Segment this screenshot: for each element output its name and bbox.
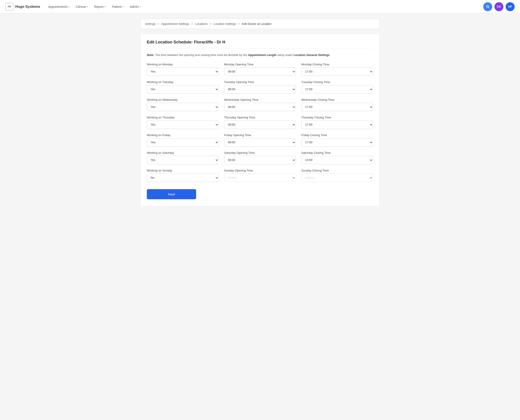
working-monday-group: Working on Monday YesNo xyxy=(147,63,219,76)
working-saturday-group: Working on Saturday YesNo xyxy=(147,151,219,164)
opening-sunday-select[interactable]: --------- xyxy=(224,173,296,182)
closing-friday-group: Friday Closing Time --------07:0007:3008… xyxy=(301,134,373,147)
opening-thursday-select[interactable]: --------07:0007:3008:0008:3009:0009:3010… xyxy=(224,120,296,129)
search-button[interactable] xyxy=(483,2,492,11)
nav-admin[interactable]: Admin ▾ xyxy=(127,3,144,10)
svg-line-1 xyxy=(488,7,489,8)
working-friday-label: Working on Friday xyxy=(147,134,219,137)
user-hf-button[interactable]: HF xyxy=(506,2,515,11)
closing-wednesday-label: Wednesday Closing Time xyxy=(301,98,373,101)
closing-monday-group: Monday Closing Time --------07:0007:3008… xyxy=(301,63,373,76)
note-prefix: Note: xyxy=(147,53,154,57)
closing-saturday-label: Saturday Closing Time xyxy=(301,151,373,155)
opening-wednesday-select[interactable]: --------07:0007:3008:0008:3009:0009:3010… xyxy=(224,103,296,111)
chevron-down-icon: ▾ xyxy=(87,5,88,8)
opening-wednesday-label: Wednesday Opening Time xyxy=(224,98,296,101)
nav-patient[interactable]: Patient ▾ xyxy=(109,3,126,10)
user-ck-button[interactable]: CK xyxy=(495,2,504,11)
chevron-down-icon: ▾ xyxy=(68,5,70,8)
working-sunday-label: Working on Sunday xyxy=(147,169,219,172)
opening-friday-label: Friday Opening Time xyxy=(224,134,296,137)
working-tuesday-label: Working on Tuesday xyxy=(147,80,219,84)
brand-logo-link[interactable]: HS Hugo Systems xyxy=(5,3,40,11)
working-tuesday-group: Working on Tuesday YesNo xyxy=(147,80,219,94)
opening-wednesday-group: Wednesday Opening Time --------07:0007:3… xyxy=(224,98,296,111)
chevron-down-icon: ▾ xyxy=(140,5,141,8)
navbar-actions: CK HF xyxy=(483,2,515,11)
breadcrumb-current: Edit Doctor at Location xyxy=(242,22,272,25)
opening-thursday-group: Thursday Opening Time --------07:0007:30… xyxy=(224,116,296,129)
working-wednesday-group: Working on Wednesday YesNo xyxy=(147,98,219,111)
appointment-length-label: Appointment Length xyxy=(248,53,276,57)
closing-monday-label: Monday Closing Time xyxy=(301,63,373,66)
location-general-settings-label: Location General Settings xyxy=(293,53,329,57)
opening-saturday-label: Saturday Opening Time xyxy=(224,151,296,155)
closing-sunday-label: Sunday Closing Time xyxy=(301,169,373,172)
opening-friday-select[interactable]: --------07:0007:3008:0008:3009:0009:3010… xyxy=(224,138,296,147)
breadcrumb-locations[interactable]: Locations xyxy=(195,22,208,25)
search-icon xyxy=(486,5,489,8)
opening-tuesday-group: Tuesday Opening Time --------07:0007:300… xyxy=(224,80,296,94)
opening-monday-label: Monday Opening Time xyxy=(224,63,296,66)
closing-friday-label: Friday Closing Time xyxy=(301,134,373,137)
opening-saturday-select[interactable]: --------07:0007:3008:0008:3009:0009:3010… xyxy=(224,156,296,164)
closing-wednesday-group: Wednesday Closing Time --------07:0007:3… xyxy=(301,98,373,111)
breadcrumb: Settings > Appointment Settings > Locati… xyxy=(140,19,380,29)
closing-sunday-select[interactable]: --------- xyxy=(301,173,373,182)
working-sunday-group: Working on Sunday YesNo xyxy=(147,169,219,182)
breadcrumb-location-settings[interactable]: Location Settings xyxy=(214,22,236,25)
working-saturday-select[interactable]: YesNo xyxy=(147,156,219,164)
closing-friday-select[interactable]: --------07:0007:3008:0008:3009:0009:3010… xyxy=(301,138,373,147)
closing-tuesday-select[interactable]: --------07:0007:3008:0008:3009:0009:3010… xyxy=(301,85,373,94)
closing-thursday-select[interactable]: --------07:0007:3008:0008:3009:0009:3010… xyxy=(301,120,373,129)
working-sunday-select[interactable]: YesNo xyxy=(147,173,219,182)
closing-wednesday-select[interactable]: --------07:0007:3008:0008:3009:0009:3010… xyxy=(301,103,373,111)
brand-logo-icon: HS xyxy=(5,3,14,11)
schedule-grid: Working on Monday YesNo Monday Opening T… xyxy=(147,63,373,182)
main-nav: Appointments ▾ Clinical ▾ Report ▾ Patie… xyxy=(46,3,478,10)
working-thursday-select[interactable]: YesNo xyxy=(147,120,219,129)
opening-monday-group: Monday Opening Time --------07:0007:3008… xyxy=(224,63,296,76)
form-actions: Next xyxy=(147,189,373,199)
closing-tuesday-group: Tuesday Closing Time --------07:0007:300… xyxy=(301,80,373,94)
chevron-down-icon: ▾ xyxy=(104,5,106,8)
opening-monday-select[interactable]: --------07:0007:3008:0008:3009:0009:3010… xyxy=(224,68,296,76)
working-wednesday-label: Working on Wednesday xyxy=(147,98,219,101)
opening-sunday-label: Sunday Opening Time xyxy=(224,169,296,172)
working-thursday-group: Working on Thursday YesNo xyxy=(147,116,219,129)
closing-monday-select[interactable]: --------07:0007:3008:0008:3009:0009:3010… xyxy=(301,68,373,76)
main-content: Settings > Appointment Settings > Locati… xyxy=(137,19,383,207)
working-monday-select[interactable]: YesNo xyxy=(147,68,219,76)
note-box: Note: The time between the opening and c… xyxy=(147,53,373,57)
opening-saturday-group: Saturday Opening Time --------07:0007:30… xyxy=(224,151,296,164)
working-monday-label: Working on Monday xyxy=(147,63,219,66)
closing-sunday-group: Sunday Closing Time --------- xyxy=(301,169,373,182)
working-friday-select[interactable]: YesNo xyxy=(147,138,219,147)
closing-saturday-group: Saturday Closing Time --------07:0007:30… xyxy=(301,151,373,164)
nav-report[interactable]: Report ▾ xyxy=(92,3,108,10)
opening-tuesday-select[interactable]: --------07:0007:3008:0008:3009:0009:3010… xyxy=(224,85,296,94)
brand-name: Hugo Systems xyxy=(15,5,40,9)
working-thursday-label: Working on Thursday xyxy=(147,116,219,119)
page-title: Edit Location Schedule: Floracliffe - Dr… xyxy=(147,40,373,48)
working-tuesday-select[interactable]: YesNo xyxy=(147,85,219,94)
opening-sunday-group: Sunday Opening Time --------- xyxy=(224,169,296,182)
working-wednesday-select[interactable]: YesNo xyxy=(147,103,219,111)
nav-appointments[interactable]: Appointments ▾ xyxy=(46,3,72,10)
working-friday-group: Working on Friday YesNo xyxy=(147,134,219,147)
next-button[interactable]: Next xyxy=(147,189,196,199)
closing-thursday-label: Thursday Closing Time xyxy=(301,116,373,119)
closing-saturday-select[interactable]: --------07:0007:3008:0008:3009:0009:3010… xyxy=(301,156,373,164)
opening-friday-group: Friday Opening Time --------07:0007:3008… xyxy=(224,134,296,147)
breadcrumb-appointment-settings[interactable]: Appointment Settings xyxy=(161,22,189,25)
closing-tuesday-label: Tuesday Closing Time xyxy=(301,80,373,84)
navbar: HS Hugo Systems Appointments ▾ Clinical … xyxy=(0,0,520,14)
closing-thursday-group: Thursday Closing Time --------07:0007:30… xyxy=(301,116,373,129)
opening-thursday-label: Thursday Opening Time xyxy=(224,116,296,119)
nav-clinical[interactable]: Clinical ▾ xyxy=(73,3,91,10)
chevron-down-icon: ▾ xyxy=(123,5,124,8)
breadcrumb-settings[interactable]: Settings xyxy=(145,22,155,25)
opening-tuesday-label: Tuesday Opening Time xyxy=(224,80,296,84)
working-saturday-label: Working on Saturday xyxy=(147,151,219,155)
form-card: Edit Location Schedule: Floracliffe - Dr… xyxy=(140,33,380,207)
